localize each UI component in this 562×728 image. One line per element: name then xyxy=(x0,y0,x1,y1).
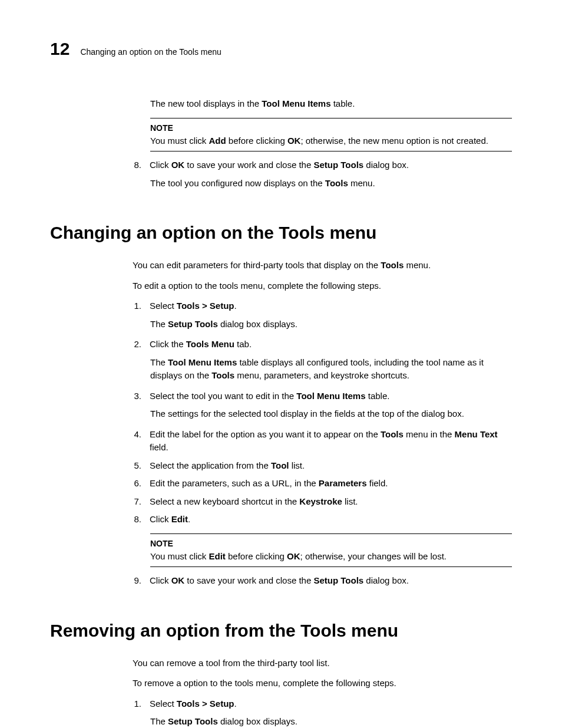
t: Select a new keyboard shortcut in the xyxy=(150,496,299,506)
t: Tools xyxy=(211,370,234,380)
t: Edit xyxy=(209,551,226,561)
list-number: 1. xyxy=(130,697,141,711)
t: The tool you configured now displays on … xyxy=(150,178,325,188)
t: Tool xyxy=(271,460,289,470)
t: menu in the xyxy=(404,429,455,439)
t: Edit the label for the option as you wan… xyxy=(150,429,381,439)
list-number: 1. xyxy=(130,299,141,313)
note-block: NOTE You must click Add before clicking … xyxy=(150,118,512,152)
t: Select xyxy=(150,301,177,311)
t: Keystroke xyxy=(299,496,342,506)
t: ; otherwise, your changes will be lost. xyxy=(300,551,447,561)
t: Select xyxy=(150,699,177,709)
list-number: 8. xyxy=(130,159,141,172)
t: list. xyxy=(289,460,305,470)
t: dialog box displays. xyxy=(218,716,297,726)
list-content: Click OK to save your work and close the… xyxy=(150,574,512,588)
t: You must click xyxy=(150,551,209,561)
t: OK xyxy=(171,160,185,170)
t: Add xyxy=(209,136,226,146)
t: menu. xyxy=(348,178,375,188)
list-content: Click Edit. xyxy=(150,513,512,526)
t: Tools > Setup xyxy=(177,699,234,709)
list-content: Select a new keyboard shortcut in the Ke… xyxy=(150,495,512,509)
t: Setup Tools xyxy=(313,160,363,170)
list-item: 5. Select the application from the Tool … xyxy=(130,459,512,473)
t: dialog box. xyxy=(363,160,409,170)
section-heading: Changing an option on the Tools menu xyxy=(50,219,512,246)
t: The new tool displays in the xyxy=(150,98,262,108)
note-block: NOTE You must click Edit before clicking… xyxy=(150,533,512,568)
list-item: 7. Select a new keyboard shortcut in the… xyxy=(130,495,512,509)
t: menu. xyxy=(404,260,431,270)
t: menu, parameters, and keystroke shortcut… xyxy=(234,370,409,380)
list-number: 5. xyxy=(130,459,141,473)
t: Tools xyxy=(325,178,348,188)
t: list. xyxy=(342,496,358,506)
list-number: 8. xyxy=(130,513,141,526)
t: Select the application from the xyxy=(150,460,271,470)
t: Setup Tools xyxy=(168,319,218,329)
running-header: 12 Changing an option on the Tools menu xyxy=(50,35,512,62)
list-content: Select the application from the Tool lis… xyxy=(150,459,512,473)
t: Setup Tools xyxy=(313,575,363,585)
list-number: 7. xyxy=(130,495,141,509)
sub-line: The Setup Tools dialog box displays. xyxy=(150,715,512,728)
t: Click xyxy=(150,575,171,585)
t: to save your work and close the xyxy=(184,575,313,585)
sub-line: The Tool Menu Items table displays all c… xyxy=(150,356,512,383)
t: Tools xyxy=(381,260,404,270)
t: Tool Menu Items xyxy=(296,391,365,401)
note-body: You must click Edit before clicking OK; … xyxy=(150,550,512,564)
para: You can remove a tool from the third-par… xyxy=(133,657,512,670)
t: You must click xyxy=(150,136,209,146)
t: before clicking xyxy=(226,551,287,561)
list-item: 1. Select Tools > Setup. xyxy=(130,697,512,711)
t: dialog box. xyxy=(363,575,409,585)
t: The xyxy=(150,716,168,726)
list-content: Edit the parameters, such as a URL, in t… xyxy=(150,477,512,490)
t: dialog box displays. xyxy=(218,319,297,329)
t: The xyxy=(150,357,168,367)
t: Menu Text xyxy=(455,429,498,439)
list-item: 8. Click OK to save your work and close … xyxy=(130,159,512,172)
t: Click xyxy=(150,514,171,524)
t: Tool Menu Items xyxy=(262,98,330,108)
para: To remove a option to the tools menu, co… xyxy=(133,677,512,690)
t: The xyxy=(150,319,168,329)
list-item: 8. Click Edit. xyxy=(130,513,512,526)
list-content: Click the Tools Menu tab. xyxy=(150,338,512,351)
note-label: NOTE xyxy=(150,538,512,550)
list-content: Select Tools > Setup. xyxy=(150,299,512,313)
list-content: Edit the label for the option as you wan… xyxy=(150,428,512,454)
t: table. xyxy=(331,98,355,108)
list-content: Select Tools > Setup. xyxy=(150,697,512,711)
list-number: 6. xyxy=(130,477,141,490)
list-number: 2. xyxy=(130,338,141,351)
t: Tools > Setup xyxy=(177,301,234,311)
list-item: 6. Edit the parameters, such as a URL, i… xyxy=(130,477,512,490)
t: OK xyxy=(287,551,300,561)
t: Click the xyxy=(150,339,186,349)
t: Tools xyxy=(381,429,404,439)
list-item: 4. Edit the label for the option as you … xyxy=(130,428,512,454)
list-item: 1. Select Tools > Setup. xyxy=(130,299,512,313)
t: Parameters xyxy=(319,478,367,488)
para: To edit a option to the tools menu, comp… xyxy=(133,279,512,293)
list-content: Select the tool you want to edit in the … xyxy=(150,390,512,403)
t: Click xyxy=(150,160,171,170)
list-item: 3. Select the tool you want to edit in t… xyxy=(130,390,512,403)
section-heading: Removing an option from the Tools menu xyxy=(50,617,512,644)
t: Tool Menu Items xyxy=(168,357,237,367)
page-number: 12 xyxy=(50,35,70,62)
list-number: 3. xyxy=(130,390,141,403)
t: Setup Tools xyxy=(168,716,218,726)
sub-line: The settings for the selected tool displ… xyxy=(150,407,512,421)
running-title: Changing an option on the Tools menu xyxy=(80,46,221,58)
list-number: 9. xyxy=(130,574,141,588)
sub-line: The tool you configured now displays on … xyxy=(150,177,512,190)
t: before clicking xyxy=(226,136,287,146)
t: field. xyxy=(367,478,388,488)
t: OK xyxy=(171,575,185,585)
t: field. xyxy=(150,442,168,452)
